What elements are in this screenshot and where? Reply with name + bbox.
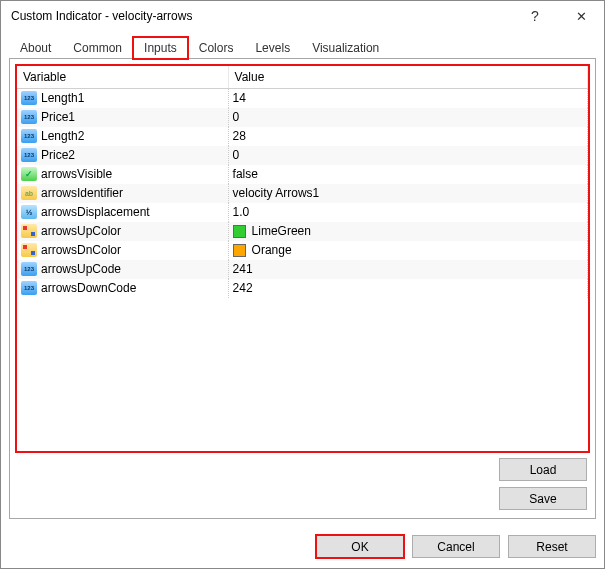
table-row[interactable]: Price20 — [17, 146, 588, 165]
variable-name: Length1 — [41, 91, 84, 105]
column-header-value[interactable]: Value — [228, 66, 587, 89]
table-row[interactable]: arrowsVisiblefalse — [17, 165, 588, 184]
title-bar: Custom Indicator - velocity-arrows ? ✕ — [1, 1, 604, 31]
value-cell[interactable]: velocity Arrows1 — [228, 184, 587, 203]
tab-about[interactable]: About — [9, 37, 62, 59]
table-row[interactable]: arrowsUpColorLimeGreen — [17, 222, 588, 241]
window-title: Custom Indicator - velocity-arrows — [11, 9, 512, 23]
variable-cell: Length1 — [17, 89, 228, 108]
variable-cell: Price2 — [17, 146, 228, 165]
variable-name: arrowsVisible — [41, 167, 112, 181]
variable-name: arrowsIdentifier — [41, 186, 123, 200]
variable-name: arrowsDownCode — [41, 281, 136, 295]
value-cell[interactable]: false — [228, 165, 587, 184]
tab-strip: About Common Inputs Colors Levels Visual… — [9, 35, 596, 59]
variable-name: arrowsDnColor — [41, 243, 121, 257]
dialog-footer: OK Cancel Reset — [1, 527, 604, 568]
value-text: LimeGreen — [252, 224, 311, 238]
int-type-icon — [21, 262, 37, 276]
table-row[interactable]: Length228 — [17, 127, 588, 146]
int-type-icon — [21, 91, 37, 105]
value-cell[interactable]: Orange — [228, 241, 587, 260]
table-row[interactable]: Length114 — [17, 89, 588, 108]
int-type-icon — [21, 129, 37, 143]
variable-cell: arrowsDisplacement — [17, 203, 228, 222]
variable-name: arrowsDisplacement — [41, 205, 150, 219]
ok-button[interactable]: OK — [316, 535, 404, 558]
tab-panel-inputs: Variable Value Length114Price10Length228… — [9, 58, 596, 519]
table-row[interactable]: arrowsIdentifiervelocity Arrows1 — [17, 184, 588, 203]
variable-name: Price1 — [41, 110, 75, 124]
save-button[interactable]: Save — [499, 487, 587, 510]
int-type-icon — [21, 110, 37, 124]
clr-type-icon — [21, 243, 37, 257]
inputs-grid: Variable Value Length114Price10Length228… — [16, 65, 589, 452]
help-button[interactable]: ? — [512, 1, 558, 31]
int-type-icon — [21, 281, 37, 295]
tab-colors[interactable]: Colors — [188, 37, 245, 59]
value-cell[interactable]: 28 — [228, 127, 587, 146]
tab-common[interactable]: Common — [62, 37, 133, 59]
value-cell[interactable]: 14 — [228, 89, 587, 108]
table-row[interactable]: arrowsDnColorOrange — [17, 241, 588, 260]
color-swatch — [233, 225, 246, 238]
value-cell[interactable]: 0 — [228, 146, 587, 165]
color-swatch — [233, 244, 246, 257]
table-row[interactable]: arrowsDisplacement1.0 — [17, 203, 588, 222]
value-cell[interactable]: 242 — [228, 279, 587, 298]
side-button-column: Load Save — [16, 452, 589, 512]
column-header-variable[interactable]: Variable — [17, 66, 228, 89]
value-cell[interactable]: 241 — [228, 260, 587, 279]
int-type-icon — [21, 148, 37, 162]
variable-cell: arrowsIdentifier — [17, 184, 228, 203]
dialog-window: Custom Indicator - velocity-arrows ? ✕ A… — [0, 0, 605, 569]
content-area: About Common Inputs Colors Levels Visual… — [1, 31, 604, 527]
close-button[interactable]: ✕ — [558, 1, 604, 31]
variable-cell: Length2 — [17, 127, 228, 146]
tab-visualization[interactable]: Visualization — [301, 37, 390, 59]
dbl-type-icon — [21, 205, 37, 219]
load-button[interactable]: Load — [499, 458, 587, 481]
value-cell[interactable]: 0 — [228, 108, 587, 127]
tab-levels[interactable]: Levels — [244, 37, 301, 59]
variable-cell: arrowsUpColor — [17, 222, 228, 241]
variable-name: arrowsUpColor — [41, 224, 121, 238]
table-row[interactable]: arrowsUpCode241 — [17, 260, 588, 279]
variable-name: arrowsUpCode — [41, 262, 121, 276]
value-cell[interactable]: LimeGreen — [228, 222, 587, 241]
variable-cell: arrowsUpCode — [17, 260, 228, 279]
value-text: Orange — [252, 243, 292, 257]
table-row[interactable]: arrowsDownCode242 — [17, 279, 588, 298]
clr-type-icon — [21, 224, 37, 238]
value-cell[interactable]: 1.0 — [228, 203, 587, 222]
str-type-icon — [21, 186, 37, 200]
variable-cell: arrowsVisible — [17, 165, 228, 184]
cancel-button[interactable]: Cancel — [412, 535, 500, 558]
variable-cell: Price1 — [17, 108, 228, 127]
variable-cell: arrowsDownCode — [17, 279, 228, 298]
variable-name: Price2 — [41, 148, 75, 162]
variable-name: Length2 — [41, 129, 84, 143]
inputs-table: Variable Value Length114Price10Length228… — [17, 66, 588, 298]
variable-cell: arrowsDnColor — [17, 241, 228, 260]
tab-inputs[interactable]: Inputs — [133, 37, 188, 59]
reset-button[interactable]: Reset — [508, 535, 596, 558]
bool-type-icon — [21, 167, 37, 181]
table-row[interactable]: Price10 — [17, 108, 588, 127]
